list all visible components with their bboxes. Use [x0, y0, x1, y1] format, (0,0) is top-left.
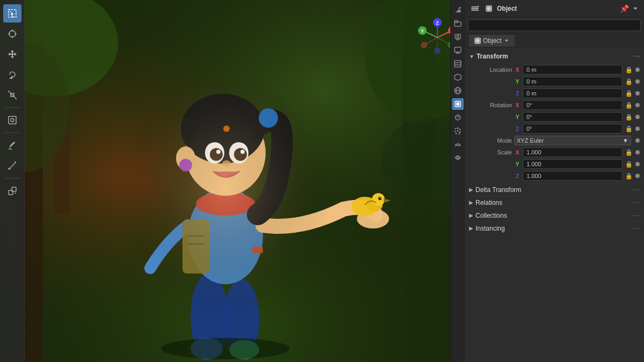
relations-arrow: ▶	[469, 200, 473, 205]
props-icon-output[interactable]	[452, 45, 464, 56]
props-icon-object[interactable]	[452, 98, 464, 110]
rotation-mode-select[interactable]: XYZ Euler ▼	[514, 136, 631, 145]
viewport[interactable]: Z X Y	[0, 0, 464, 362]
scale-y-keyframe[interactable]	[635, 162, 640, 166]
props-icon-view[interactable]	[452, 18, 464, 29]
svg-point-101	[457, 130, 458, 132]
properties-search[interactable]	[468, 19, 641, 31]
transform-label: Transform	[477, 53, 508, 60]
location-x-row: Location X 0 m 🔒	[465, 64, 644, 76]
rotation-z-keyframe[interactable]	[635, 127, 640, 131]
delta-arrow: ▶	[469, 187, 473, 193]
svg-rect-86	[455, 47, 461, 52]
location-x-field[interactable]: 0 m	[523, 65, 623, 75]
location-y-field[interactable]: 0 m	[523, 77, 623, 86]
svg-rect-88	[455, 61, 461, 67]
props-icon-constraints[interactable]	[452, 152, 464, 164]
svg-point-56	[11, 119, 14, 122]
props-icon-modifiers[interactable]	[452, 112, 464, 123]
rotation-x-field[interactable]: 0°	[523, 100, 623, 110]
location-x-lock[interactable]: 🔒	[625, 65, 633, 74]
svg-rect-55	[9, 116, 16, 124]
scale-z-keyframe[interactable]	[635, 174, 640, 178]
rotation-y-field[interactable]: 0°	[523, 112, 623, 122]
tool-scale[interactable]	[3, 86, 21, 104]
panel-pin-icon[interactable]: 📌	[620, 4, 629, 13]
location-y-row: Y 0 m 🔒	[465, 76, 644, 87]
svg-point-78	[421, 42, 427, 48]
transform-section-body: Location X 0 m 🔒 Y 0 m 🔒	[465, 63, 644, 183]
props-icon-scene[interactable]	[452, 71, 464, 83]
delta-label: Delta Transform	[475, 186, 521, 194]
tool-cursor[interactable]	[3, 25, 21, 43]
scale-x-field[interactable]: 1.000	[523, 147, 623, 157]
svg-rect-111	[487, 7, 491, 10]
location-y-lock[interactable]: 🔒	[625, 77, 633, 86]
rotation-x-keyframe[interactable]	[635, 103, 640, 107]
rotation-z-field[interactable]: 0°	[523, 124, 623, 134]
rotation-z-lock[interactable]: 🔒	[625, 124, 633, 133]
scale-z-lock[interactable]: 🔒	[625, 172, 633, 180]
svg-point-105	[457, 157, 459, 159]
rotation-z-row: Z 0° 🔒	[465, 123, 644, 135]
svg-text:Y: Y	[421, 28, 424, 34]
svg-text:Z: Z	[436, 20, 439, 26]
props-icon-particles[interactable]	[452, 125, 464, 137]
location-z-keyframe[interactable]	[635, 91, 640, 95]
props-icon-render[interactable]	[452, 31, 464, 43]
scale-z-field[interactable]: 1.000	[523, 171, 623, 181]
mode-keyframe[interactable]	[635, 138, 640, 143]
scale-y-field[interactable]: 1.000	[523, 159, 623, 169]
panel-header: Object 📌	[465, 0, 644, 17]
scale-x-lock[interactable]: 🔒	[625, 148, 633, 157]
rotation-y-lock[interactable]: 🔒	[625, 113, 633, 121]
toolbar-separator-2	[4, 132, 20, 133]
panel-expand-icon[interactable]	[631, 4, 640, 13]
properties-sidebar	[450, 0, 464, 362]
location-z-row: Z 0 m 🔒	[465, 87, 644, 99]
instancing-section[interactable]: ▶ Instancing	[465, 221, 644, 234]
svg-point-84	[457, 35, 459, 38]
svg-rect-107	[471, 8, 479, 9]
tool-rotate[interactable]	[3, 65, 21, 84]
instancing-label: Instancing	[475, 225, 505, 232]
transform-section-header[interactable]: ▼ Transform	[465, 50, 644, 63]
svg-point-20	[372, 193, 385, 206]
tool-measure[interactable]	[3, 157, 21, 175]
location-y-keyframe[interactable]	[635, 79, 640, 84]
tool-add[interactable]	[3, 182, 21, 200]
panel-menu-icon[interactable]	[469, 3, 481, 14]
location-z-lock[interactable]: 🔒	[625, 89, 633, 98]
tab-dropdown-icon[interactable]	[504, 38, 509, 43]
relations-section[interactable]: ▶ Relations	[465, 196, 644, 209]
location-x-keyframe[interactable]	[635, 68, 640, 72]
props-icon-tools[interactable]	[452, 4, 464, 16]
rotation-y-keyframe[interactable]	[635, 115, 640, 119]
scale-label: Scale	[469, 149, 512, 156]
object-tab-button[interactable]: Object	[469, 35, 515, 47]
location-y-axis: Y	[514, 79, 521, 85]
rotation-z-axis: Z	[514, 126, 521, 132]
tool-transform[interactable]	[3, 111, 21, 129]
collections-section[interactable]: ▶ Collections	[465, 209, 644, 221]
rotation-x-lock[interactable]: 🔒	[625, 101, 633, 109]
collections-arrow: ▶	[469, 212, 473, 218]
svg-rect-82	[455, 20, 458, 23]
props-icon-viewlayer[interactable]	[452, 58, 464, 70]
svg-line-54	[8, 91, 17, 99]
tool-annotate[interactable]	[3, 136, 21, 154]
svg-rect-108	[471, 10, 479, 11]
scale-y-lock[interactable]: 🔒	[625, 160, 633, 168]
location-z-field[interactable]: 0 m	[523, 88, 623, 98]
svg-point-100	[454, 131, 456, 132]
rotation-y-row: Y 0° 🔒	[465, 111, 644, 123]
properties-content: ▼ Transform Location X 0 m 🔒 Y 0 m	[465, 48, 644, 362]
props-icon-physics[interactable]	[452, 138, 464, 150]
rotation-y-axis: Y	[514, 114, 521, 120]
tool-move[interactable]	[3, 45, 21, 63]
scale-x-keyframe[interactable]	[635, 150, 640, 154]
location-label: Location	[469, 67, 512, 73]
props-icon-world[interactable]	[452, 85, 464, 97]
tool-select[interactable]	[3, 4, 21, 23]
delta-transform-section[interactable]: ▶ Delta Transform	[465, 183, 644, 196]
